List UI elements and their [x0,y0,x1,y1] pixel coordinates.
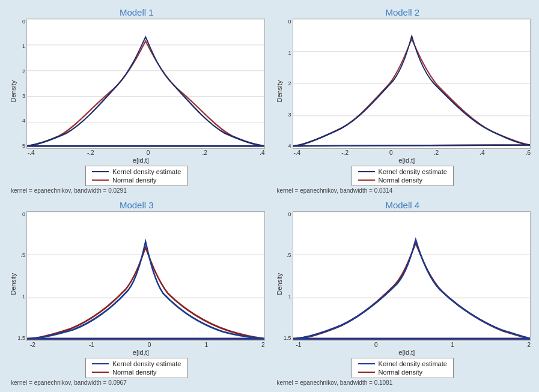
legend-item-normal-3: Normal density [92,369,181,376]
chart-inner-3: 1.5 1 .5 0 [17,211,265,357]
x-label-4: e[id,t] [283,349,531,356]
y-ticks-2: 4 3 2 1 0 [283,19,293,149]
bandwidth-label-4: kernel = epanechnikov, bandwidth = 0.108… [275,379,531,386]
legend-item-kde-3: Kernel density estimate [92,360,181,367]
chart-modell2: Modell 2 Density 4 3 2 1 0 [271,5,535,195]
x-label-3: e[id,t] [17,349,265,356]
bandwidth-label-1: kernel = epanechnikov, bandwidth = 0.029… [8,187,265,194]
legend-item-normal-4: Normal density [358,369,447,376]
y-ticks-3: 1.5 1 .5 0 [17,211,26,342]
x-ticks-4: -1 0 1 2 [283,341,531,348]
kde-line-4 [358,363,375,364]
normal-line-3 [92,372,109,373]
plot-box-1 [26,19,265,149]
legend-normal-label-4: Normal density [379,369,422,376]
plot-svg-4 [293,212,531,341]
x-ticks-3: -2 -1 0 1 2 [17,341,265,348]
chart-inner-1: 5 4 3 2 1 0 [17,19,265,164]
chart-area-2: Density 4 3 2 1 0 [275,19,531,164]
plot-box-2 [293,19,531,149]
chart-area-3: Density 1.5 1 .5 0 [8,211,265,357]
chart-inner-4: 1.5 1 .5 0 [283,211,531,357]
normal-line-2 [358,179,375,181]
legend-kde-label-1: Kernel density estimate [112,168,181,175]
legend-1: Kernel density estimate Normal density [85,166,187,186]
chart-title-1: Modell 1 [120,7,154,17]
legend-3: Kernel density estimate Normal density [85,358,187,378]
chart-inner-2: 4 3 2 1 0 [283,19,531,164]
main-container: Modell 1 Density 5 4 3 2 1 0 [0,0,539,392]
legend-item-normal-2: Normal density [358,176,447,184]
legend-4: Kernel density estimate Normal density [352,358,454,378]
x-ticks-1: -.4 -.2 0 .2 .4 [17,149,265,156]
legend-item-normal-1: Normal density [92,176,181,184]
y-ticks-4: 1.5 1 .5 0 [283,211,293,342]
plot-svg-2 [293,19,531,148]
y-label-3: Density [8,211,17,357]
kde-line-3 [92,363,109,364]
bandwidth-label-3: kernel = epanechnikov, bandwidth = 0.096… [8,379,265,386]
chart-title-3: Modell 3 [120,200,154,210]
normal-line-4 [358,372,375,373]
x-label-2: e[id,t] [283,157,531,164]
bandwidth-label-2: kernel = epanechnikov, bandwidth = 0.031… [275,187,531,194]
legend-kde-label-4: Kernel density estimate [379,360,447,367]
y-ticks-1: 5 4 3 2 1 0 [17,19,26,149]
legend-2: Kernel density estimate Normal density [352,166,454,186]
kde-line-2 [358,171,375,172]
legend-normal-label-3: Normal density [112,369,156,376]
plot-box-4 [293,211,531,342]
legend-item-kde-2: Kernel density estimate [358,168,447,175]
y-label-4: Density [275,211,283,357]
y-label-1: Density [8,19,17,164]
legend-item-kde-1: Kernel density estimate [92,168,181,175]
plot-box-3 [26,211,265,342]
plot-svg-3 [27,212,264,341]
y-label-2: Density [275,19,283,164]
legend-item-kde-4: Kernel density estimate [358,360,447,367]
chart-area-4: Density 1.5 1 .5 0 [275,211,531,357]
chart-area-1: Density 5 4 3 2 1 0 [8,19,265,164]
chart-modell1: Modell 1 Density 5 4 3 2 1 0 [5,5,269,195]
legend-normal-label-1: Normal density [112,176,156,184]
legend-normal-label-2: Normal density [379,176,422,184]
chart-modell4: Modell 4 Density 1.5 1 .5 0 [271,198,535,388]
chart-title-4: Modell 4 [385,200,419,210]
normal-line-1 [92,179,109,181]
x-ticks-2: -.4 -.2 0 .2 .4 .6 [283,149,531,156]
x-label-1: e[id,t] [17,157,265,164]
chart-modell3: Modell 3 Density 1.5 1 .5 0 [5,198,269,388]
legend-kde-label-2: Kernel density estimate [379,168,447,175]
chart-title-2: Modell 2 [385,7,419,17]
kde-line-1 [92,171,109,172]
plot-svg-1 [27,19,264,148]
legend-kde-label-3: Kernel density estimate [112,360,181,367]
